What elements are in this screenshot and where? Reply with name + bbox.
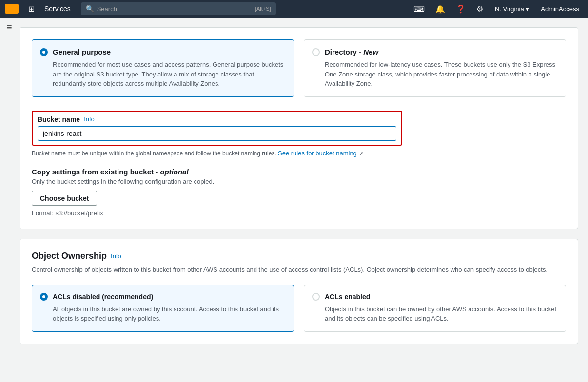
acl-disabled-desc: All objects in this bucket are owned by …: [53, 305, 286, 324]
copy-settings-section: Copy settings from existing bucket - opt…: [32, 168, 566, 217]
bucket-name-section: Bucket name Info Bucket name must be uni…: [32, 111, 566, 158]
acl-enabled-desc: Objects in this bucket can be owned by o…: [325, 305, 558, 324]
choose-bucket-button[interactable]: Choose bucket: [32, 191, 97, 206]
acl-disabled-option[interactable]: ACLs disabled (recommended) All objects …: [32, 285, 294, 332]
object-ownership-info-link[interactable]: Info: [111, 252, 121, 260]
bucket-name-info-link[interactable]: Info: [84, 115, 95, 123]
bucket-type-directory[interactable]: Directory - New Recommended for low-late…: [304, 39, 566, 97]
radio-general-purpose[interactable]: [40, 48, 48, 56]
naming-rules-text: Bucket name must be unique within the gl…: [32, 149, 566, 158]
naming-rules-link[interactable]: See rules for bucket naming: [278, 150, 357, 157]
bell-icon[interactable]: 🔔: [431, 4, 449, 14]
object-ownership-section: Object Ownership Info Control ownership …: [20, 239, 578, 344]
radio-acl-disabled[interactable]: [40, 293, 48, 301]
directory-title: Directory - New: [325, 48, 378, 56]
option-header-directory: Directory - New: [312, 48, 558, 56]
search-shortcut: [Alt+S]: [255, 6, 271, 12]
top-navigation: ⊞ Services 🔍 [Alt+S] ⌨ 🔔 ❓ ⚙ N. Virginia…: [0, 0, 588, 18]
search-input[interactable]: [97, 5, 251, 13]
bucket-type-options: General purpose Recommended for most use…: [32, 39, 566, 97]
general-purpose-title: General purpose: [53, 48, 111, 56]
terminal-icon[interactable]: ⌨: [410, 4, 429, 14]
radio-directory[interactable]: [312, 48, 320, 56]
sidebar-toggle[interactable]: ≡: [7, 22, 12, 33]
object-ownership-title: Object Ownership: [32, 251, 107, 261]
acl-disabled-title: ACLs disabled (recommended): [53, 293, 153, 301]
bucket-type-general-purpose[interactable]: General purpose Recommended for most use…: [32, 39, 294, 97]
acl-enabled-title: ACLs enabled: [325, 293, 370, 301]
settings-icon[interactable]: ⚙: [472, 4, 487, 14]
help-icon[interactable]: ❓: [452, 4, 470, 14]
bucket-name-input[interactable]: [38, 126, 396, 141]
acl-disabled-header: ACLs disabled (recommended): [40, 293, 286, 301]
directory-desc: Recommended for low-latency use cases. T…: [325, 60, 558, 89]
object-ownership-desc: Control ownership of objects written to …: [32, 265, 566, 275]
format-hint: Format: s3://bucket/prefix: [32, 210, 566, 217]
external-link-icon: ↗: [359, 151, 364, 156]
user-menu[interactable]: AdminAccess: [537, 5, 583, 13]
option-header-general: General purpose: [40, 48, 286, 56]
bucket-name-label: Bucket name: [38, 115, 80, 123]
acl-options: ACLs disabled (recommended) All objects …: [32, 285, 566, 332]
main-content: General purpose Recommended for most use…: [0, 18, 588, 363]
radio-acl-enabled[interactable]: [312, 293, 320, 301]
bucket-name-label-row: Bucket name Info: [38, 115, 396, 123]
general-purpose-desc: Recommended for most use cases and acces…: [53, 60, 286, 89]
region-selector[interactable]: N. Virginia ▾: [490, 5, 534, 13]
services-nav[interactable]: Services: [39, 0, 77, 18]
search-bar[interactable]: 🔍 [Alt+S]: [81, 2, 276, 15]
grid-icon[interactable]: ⊞: [24, 4, 39, 14]
search-icon: 🔍: [86, 5, 94, 13]
copy-settings-title: Copy settings from existing bucket - opt…: [32, 168, 566, 176]
acl-enabled-header: ACLs enabled: [312, 293, 558, 301]
nav-icons: ⌨ 🔔 ❓ ⚙ N. Virginia ▾ AdminAccess: [410, 4, 583, 14]
bucket-config-section: General purpose Recommended for most use…: [20, 27, 578, 229]
aws-logo[interactable]: [5, 4, 20, 14]
object-ownership-title-row: Object Ownership Info: [32, 251, 566, 261]
acl-enabled-option[interactable]: ACLs enabled Objects in this bucket can …: [304, 285, 566, 332]
aws-logo-box: [5, 4, 19, 14]
copy-settings-desc: Only the bucket settings in the followin…: [32, 178, 566, 185]
